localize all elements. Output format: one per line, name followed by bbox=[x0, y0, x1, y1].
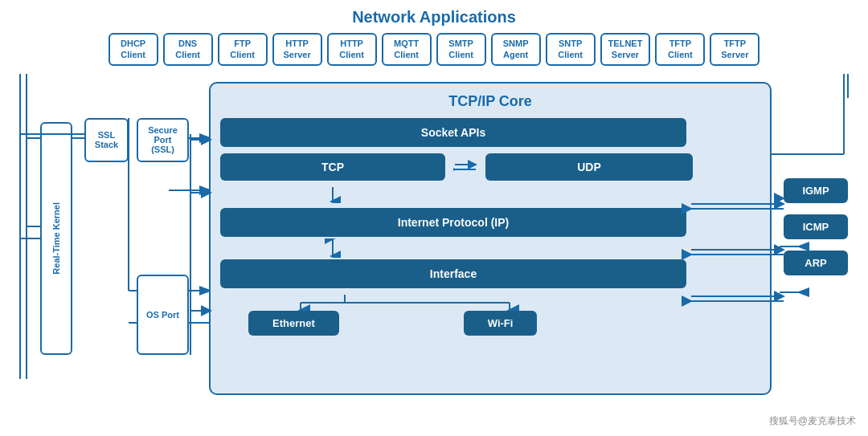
interface-row: Interface bbox=[220, 259, 760, 288]
protocol-box: FTPClient bbox=[218, 33, 268, 66]
ip-box: Internet Protocol (IP) bbox=[220, 208, 686, 237]
ip-row: Internet Protocol (IP) bbox=[220, 208, 760, 237]
wifi-box: Wi-Fi bbox=[464, 311, 538, 336]
arp-box: ARP bbox=[784, 251, 848, 275]
tcpip-title: TCP/IP Core bbox=[220, 93, 760, 110]
secure-port-label: SecurePort(SSL) bbox=[148, 125, 178, 154]
icmp-box: ICMP bbox=[784, 214, 848, 239]
tcp-box: TCP bbox=[220, 153, 445, 181]
ethernet-box: Ethernet bbox=[248, 311, 339, 336]
protocol-box: DNSClient bbox=[163, 33, 213, 66]
real-time-kernel-box: Real-Time Kernel bbox=[40, 122, 72, 355]
protocol-box: TFTPServer bbox=[710, 33, 760, 66]
protocol-box: TFTPClient bbox=[655, 33, 705, 66]
watermark: 搜狐号@麦克泰技术 bbox=[769, 414, 856, 428]
os-port-box: OS Port bbox=[137, 275, 189, 355]
protocol-box: SMTPClient bbox=[436, 33, 486, 66]
protocol-box: TELNETServer bbox=[600, 33, 651, 66]
udp-box: UDP bbox=[485, 153, 693, 181]
protocol-box: HTTPClient bbox=[327, 33, 377, 66]
os-port-label: OS Port bbox=[146, 310, 179, 320]
tcpip-core-box: TCP/IP Core Socket APIs TCP UDP bbox=[209, 82, 772, 395]
ssl-stack-label: SSLStack bbox=[95, 130, 118, 149]
secure-port-box: SecurePort(SSL) bbox=[137, 118, 189, 162]
protocol-box: SNTPClient bbox=[546, 33, 596, 66]
page-title: Network Applications bbox=[12, 8, 856, 26]
eth-wifi-row: Ethernet Wi-Fi bbox=[220, 311, 760, 336]
real-time-kernel-label: Real-Time Kernel bbox=[51, 202, 61, 275]
down-arrow-1 bbox=[220, 187, 760, 206]
main-container: Network Applications DHCPClientDNSClient… bbox=[0, 0, 868, 436]
protocol-row: DHCPClientDNSClientFTPClientHTTPServerHT… bbox=[12, 33, 856, 66]
protocol-box: MQTTClient bbox=[382, 33, 432, 66]
tcp-udp-row: TCP UDP bbox=[220, 153, 760, 181]
protocol-box: SNMPAgent bbox=[491, 33, 541, 66]
igmp-box: IGMP bbox=[784, 178, 848, 203]
protocol-box: HTTPServer bbox=[272, 33, 322, 66]
socket-apis-box: Socket APIs bbox=[220, 118, 686, 147]
socket-apis-row: Socket APIs bbox=[220, 118, 760, 147]
fork-arrows bbox=[220, 295, 760, 311]
ssl-stack-box: SSLStack bbox=[84, 118, 129, 162]
interface-box: Interface bbox=[220, 259, 686, 288]
protocol-box: DHCPClient bbox=[108, 33, 158, 66]
right-protos: IGMP ICMP ARP bbox=[784, 178, 848, 275]
tcp-udp-arrow bbox=[453, 159, 477, 175]
down-arrow-2 bbox=[220, 238, 760, 258]
